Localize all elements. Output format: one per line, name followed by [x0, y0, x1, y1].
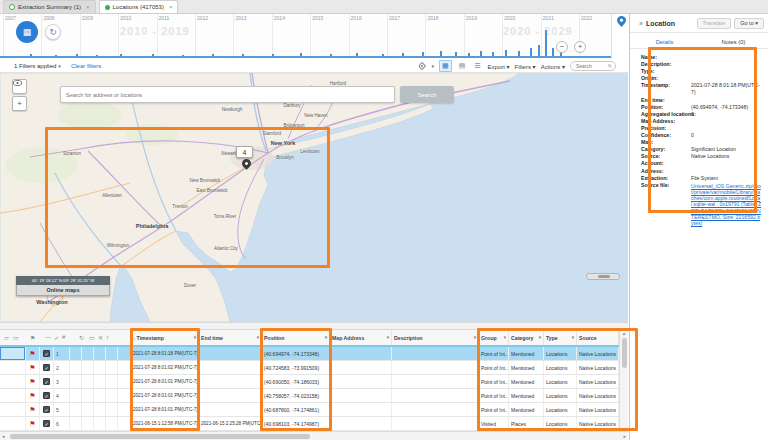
tag-icon[interactable] — [417, 62, 425, 70]
horizontal-scroll-thumb[interactable] — [10, 434, 310, 439]
row-checkbox-cell[interactable]: ✓ — [40, 347, 54, 360]
deselect-icon[interactable]: — — [45, 334, 51, 340]
column-filter-caret-icon[interactable]: ▾ — [539, 335, 541, 340]
row-flag-cell[interactable]: ⚑ — [26, 375, 40, 388]
map-pin-icon[interactable] — [617, 16, 626, 27]
map-table-splitter[interactable] — [0, 322, 628, 330]
online-maps-button[interactable]: Online maps — [16, 285, 110, 296]
table-row[interactable]: ⚑✓42021-07-28 8:01:01 PM(UTC-7)(40.75805… — [0, 389, 619, 403]
clear-icon[interactable]: ✕ — [98, 334, 103, 341]
tab-extraction-summary-1[interactable]: Extraction Summary (1)× — [3, 0, 96, 13]
row-flag-cell[interactable]: ⚑ — [26, 403, 40, 416]
scroll-left-icon[interactable]: ◂ — [2, 433, 5, 439]
column-header-position[interactable]: Position▾ — [262, 330, 330, 345]
row-checkbox-cell[interactable]: ✓ — [40, 375, 54, 388]
row-checkbox[interactable]: ✓ — [43, 364, 50, 371]
column-filter-caret-icon[interactable]: ▾ — [474, 335, 476, 340]
timeline-view-button[interactable]: ▦ — [16, 21, 38, 43]
collapse-panel-icon[interactable]: » — [639, 20, 643, 27]
table-row[interactable]: ⚑✓52021-07-28 8:01:01 PM(UTC-7)(40.68780… — [0, 403, 619, 417]
column-header-type[interactable]: Type▾ — [544, 330, 577, 345]
tab-locations-417053[interactable]: Locations (417053)× — [99, 0, 179, 13]
panel-tab-details[interactable]: Details — [630, 36, 699, 48]
clear-filters-link[interactable]: Clear filters — [71, 63, 101, 69]
column-filter-caret-icon[interactable]: ▾ — [387, 335, 389, 340]
folder-icon[interactable]: ▭ — [13, 334, 19, 341]
row-checkbox-cell[interactable]: ✓ — [40, 403, 54, 416]
table-row[interactable]: ⚑✓32021-07-28 8:01:01 PM(UTC-7)(40.69005… — [0, 375, 619, 389]
row-focus-cell[interactable] — [0, 375, 26, 388]
export-button[interactable]: Export ▾ — [488, 63, 510, 70]
column-header-description[interactable]: Description▾ — [392, 330, 479, 345]
column-header-source[interactable]: Source — [577, 330, 619, 345]
row-checkbox[interactable]: ✓ — [43, 420, 50, 427]
undo-icon[interactable]: ↻ — [79, 334, 84, 341]
table-search-input[interactable] — [574, 62, 608, 70]
tab-close-icon[interactable]: × — [169, 4, 173, 10]
column-header-group[interactable]: Group▾ — [479, 330, 509, 345]
table-row[interactable]: ⚑✓62021-06-15 1:12:58 PM(UTC-7)2021-06-1… — [0, 417, 619, 431]
table-horizontal-scrollbar[interactable]: ◂ ▸ — [0, 431, 628, 440]
filters-applied-label[interactable]: 1 Filters applied — [14, 63, 56, 69]
timeline-zoom-in-button[interactable]: + — [574, 41, 586, 53]
table-view-button[interactable]: ▦ — [439, 60, 452, 72]
row-checkbox-cell[interactable]: ✓ — [40, 389, 54, 402]
tab-close-icon[interactable]: × — [86, 4, 90, 10]
map-search-box[interactable] — [60, 86, 395, 103]
vertical-scroll-thumb[interactable] — [622, 338, 627, 368]
table-search-box[interactable] — [570, 61, 616, 71]
row-focus-cell[interactable] — [0, 347, 26, 360]
sort-updown-icon[interactable]: ↕ — [106, 334, 109, 340]
note-icon[interactable]: ▭ — [89, 334, 95, 341]
filters-applied-caret-icon[interactable]: ▾ — [58, 63, 61, 69]
row-flag-cell[interactable]: ⚑ — [26, 389, 40, 402]
column-filter-caret-icon[interactable]: ▾ — [572, 335, 574, 340]
table-row[interactable]: ⚑✓12021-07-28 8:01:18 PM(UTC-7)(40.69497… — [0, 347, 619, 361]
row-checkbox[interactable]: ✓ — [43, 392, 50, 399]
column-header-timestamp[interactable]: ↓Timestamp▾ — [131, 330, 199, 345]
row-checkbox-cell[interactable]: ✓ — [40, 361, 54, 374]
timeline-refresh-button[interactable]: ↻ — [45, 24, 61, 40]
map-search-input[interactable] — [61, 91, 394, 99]
row-flag-cell[interactable]: ⚑ — [26, 417, 40, 430]
column-filter-caret-icon[interactable]: ▾ — [194, 335, 196, 340]
row-number-icon[interactable]: # — [62, 334, 65, 340]
translate-button[interactable]: Translate — [697, 18, 732, 29]
map-zoom-in-button[interactable]: + — [12, 96, 27, 111]
timeline[interactable]: 2007200820092010201120122013201420152016… — [0, 14, 612, 59]
table-vertical-scrollbar[interactable]: ▴ — [619, 330, 628, 431]
panel-tab-notes-0[interactable]: Notes (0) — [699, 36, 768, 48]
select-check-icon[interactable]: ✓ — [54, 334, 59, 341]
row-focus-cell[interactable] — [0, 403, 26, 416]
row-focus-cell[interactable] — [0, 389, 26, 402]
tag-caret-icon[interactable]: ▾ — [432, 63, 435, 69]
filters-button[interactable]: Filters ▾ — [515, 63, 536, 70]
column-header-map-address[interactable]: Map Address▾ — [330, 330, 392, 345]
map-cluster-count[interactable]: 4 — [236, 146, 253, 158]
map-mini-scrollbar[interactable] — [586, 273, 620, 280]
list-view-button[interactable]: ☰ — [472, 61, 482, 71]
map-view-button[interactable]: ▤ — [457, 61, 468, 71]
row-flag-cell[interactable]: ⚑ — [26, 361, 40, 374]
row-focus-cell[interactable] — [0, 417, 26, 430]
column-filter-caret-icon[interactable]: ▾ — [504, 335, 506, 340]
goto-button[interactable]: Go to ▾ — [734, 18, 764, 29]
map-search-button[interactable]: Search — [400, 86, 454, 103]
column-filter-caret-icon[interactable]: ▾ — [257, 335, 259, 340]
row-checkbox[interactable]: ✓ — [43, 350, 50, 357]
column-header-category[interactable]: Category▾ — [509, 330, 544, 345]
map-canvas[interactable]: ScrantonAllentownPhiladelphiaWilmingtonB… — [0, 73, 628, 322]
map-visibility-button[interactable] — [12, 79, 27, 94]
source-file-link[interactable]: Universal_iOS Generic.zip/root/private/v… — [691, 182, 762, 226]
actions-button[interactable]: Actions ▾ — [541, 63, 565, 70]
flag-column-icon[interactable]: ⚑ — [30, 334, 35, 341]
scroll-up-icon[interactable]: ▴ — [620, 330, 628, 337]
row-checkbox-cell[interactable]: ✓ — [40, 417, 54, 430]
row-checkbox[interactable]: ✓ — [43, 406, 50, 413]
column-header-end-time[interactable]: End time▾ — [199, 330, 262, 345]
row-flag-cell[interactable]: ⚑ — [26, 347, 40, 360]
row-checkbox[interactable]: ✓ — [43, 378, 50, 385]
folder-open-icon[interactable]: ▱ — [4, 334, 9, 341]
table-row[interactable]: ⚑✓22021-07-28 8:01:02 PM(UTC-7)(40.72458… — [0, 361, 619, 375]
scroll-right-icon[interactable]: ▸ — [623, 433, 626, 439]
